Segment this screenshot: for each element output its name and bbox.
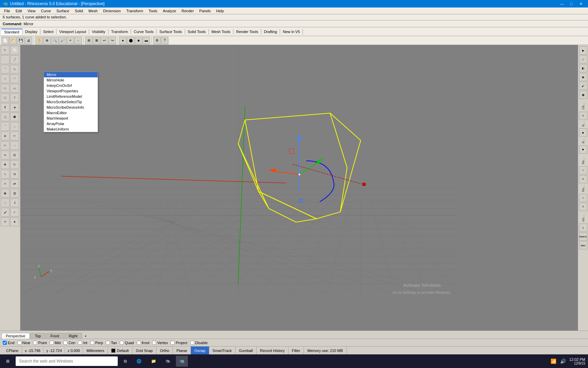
sb-planar[interactable]: Planar: [173, 347, 191, 354]
toolbar-tab-select[interactable]: Select: [40, 29, 57, 34]
snap-item-near[interactable]: Near: [17, 341, 31, 345]
tool-props[interactable]: ℹ: [10, 198, 19, 207]
taskbar-search[interactable]: [16, 356, 118, 366]
toolbar-tab-visibility[interactable]: Visibility: [89, 29, 109, 34]
toolbar-pan[interactable]: ✋: [35, 37, 43, 44]
vp-tab-front[interactable]: Front: [46, 333, 64, 339]
sb-units[interactable]: Millimeters: [83, 347, 108, 354]
rp-tails[interactable]: tails: [579, 241, 587, 249]
tool-star[interactable]: ★: [10, 217, 19, 226]
snap-cb-int[interactable]: [78, 341, 82, 345]
task-edge-button[interactable]: 🌐: [133, 356, 145, 367]
toolbar-help[interactable]: ?: [161, 37, 168, 44]
tool-surface[interactable]: ◻: [1, 112, 10, 121]
toolbar-tab-render-tools[interactable]: Render Tools: [233, 29, 261, 34]
snap-cb-perp[interactable]: [90, 341, 94, 345]
rp-b1[interactable]: ■: [579, 128, 587, 137]
toolbar-tab-mesh-tools[interactable]: Mesh Tools: [209, 29, 233, 34]
tool-mirror[interactable]: ⇔: [1, 151, 10, 159]
menu-item-mesh[interactable]: Mesh: [86, 8, 100, 14]
tool-extrude[interactable]: ⬆: [1, 103, 10, 112]
toolbar-tab-new-in-v5[interactable]: New in V5: [280, 29, 303, 34]
toolbar-tab-curve-tools[interactable]: Curve Tools: [131, 29, 157, 34]
snap-cb-near[interactable]: [17, 341, 21, 345]
sb-grid-snap[interactable]: Grid Snap: [132, 347, 157, 354]
snap-item-tan[interactable]: Tan: [106, 341, 117, 345]
sb-record-history[interactable]: Record History: [257, 347, 289, 354]
rp-render[interactable]: ▶: [579, 46, 587, 55]
tool-fillet[interactable]: ⌒: [1, 122, 10, 131]
tool-rotate[interactable]: ↻: [10, 160, 19, 169]
rp-re1[interactable]: □: [579, 166, 587, 174]
menu-item-dimension[interactable]: Dimension: [100, 8, 124, 14]
viewport[interactable]: x y z Activate Windows Go to Settings to…: [20, 45, 578, 331]
menu-item-render[interactable]: Render: [179, 8, 197, 14]
menu-item-surface[interactable]: Surface: [54, 8, 72, 14]
menu-item-panels[interactable]: Panels: [197, 8, 214, 14]
snap-cb-cen[interactable]: [63, 341, 67, 345]
ac-item-3[interactable]: ViewportProperties: [44, 88, 98, 94]
toolbar-zoom-select[interactable]: 🔎: [59, 37, 66, 44]
snap-cb-end[interactable]: [3, 341, 7, 345]
snap-item-mid[interactable]: Mid: [50, 341, 61, 345]
autocomplete-dropdown[interactable]: MirrorMirrorHoleInterpCrvOnSrfViewportPr…: [44, 72, 98, 132]
ac-item-7[interactable]: MacroEditor: [44, 110, 98, 116]
tool-polygon[interactable]: ⬡: [1, 93, 10, 102]
task-store-button[interactable]: 🛍: [162, 356, 173, 367]
toolbar-tab-solid-tools[interactable]: Solid Tools: [185, 29, 209, 34]
snap-item-perp[interactable]: Perp: [90, 341, 103, 345]
toolbar-print[interactable]: 🖨: [25, 37, 32, 44]
tool-select-window[interactable]: ⬜: [10, 46, 19, 55]
ac-item-9[interactable]: ArrayPolar: [44, 121, 98, 126]
volume-icon[interactable]: 🔊: [560, 358, 567, 365]
rp-re2[interactable]: □: [579, 194, 587, 202]
snap-item-disable[interactable]: Disable: [190, 341, 208, 345]
tool-line[interactable]: ╱: [10, 55, 19, 64]
snap-cb-vertex[interactable]: [152, 341, 156, 345]
vp-tab-perspective[interactable]: Perspective: [1, 333, 30, 339]
toolbar-sphere[interactable]: ●: [119, 37, 127, 44]
tool-ellipse[interactable]: ⬭: [1, 84, 10, 93]
rp-color[interactable]: ◉: [579, 73, 587, 81]
tool-blend[interactable]: ⌣: [10, 122, 19, 131]
sb-ortho[interactable]: Ortho: [157, 347, 173, 354]
tool-group[interactable]: ⧉: [10, 170, 19, 179]
toolbar-tab-standard[interactable]: Standard: [1, 29, 22, 35]
toolbar-tab-transform[interactable]: Transform: [109, 29, 131, 34]
rp-b2[interactable]: ■: [579, 145, 587, 154]
minimize-button[interactable]: —: [557, 1, 566, 7]
tool-point[interactable]: ·: [1, 55, 10, 64]
toolbar-zoom-window[interactable]: 🔍: [51, 37, 59, 44]
tool-dimension[interactable]: ⇄: [10, 179, 19, 188]
start-button[interactable]: ⊞: [3, 356, 13, 367]
toolbar-undo[interactable]: ↩: [101, 37, 108, 44]
rp-obj1[interactable]: V: [579, 112, 587, 120]
toolbar-tab-surface-tools[interactable]: Surface Tools: [157, 29, 185, 34]
tool-paint[interactable]: 🖌: [1, 208, 10, 217]
toolbar-tab-display[interactable]: Display: [22, 29, 40, 34]
taskbar-time[interactable]: 12:02 PM 12/9/15: [569, 357, 585, 365]
toolbar-snap[interactable]: ⊠: [93, 37, 100, 44]
toolbar-zoom-in[interactable]: +: [67, 37, 74, 44]
sb-smarttrack[interactable]: SmartTrack: [209, 347, 235, 354]
rp-display[interactable]: □: [579, 55, 587, 63]
rp-re1b[interactable]: ≡: [579, 175, 587, 183]
menu-item-help[interactable]: Help: [213, 8, 227, 14]
vp-tab-top[interactable]: Top: [30, 333, 45, 339]
menu-item-analyze[interactable]: Analyze: [160, 8, 179, 14]
snap-item-cen[interactable]: Cen: [63, 341, 75, 345]
tool-analyze[interactable]: ≡: [1, 179, 10, 188]
menu-item-view[interactable]: View: [25, 8, 38, 14]
toolbar-zoom-out[interactable]: -: [75, 37, 82, 44]
snap-cb-quad[interactable]: [120, 341, 124, 345]
toolbar-redo[interactable]: ↪: [109, 37, 116, 44]
ac-item-5[interactable]: MicroScribeSelectTip: [44, 99, 98, 105]
maximize-button[interactable]: □: [567, 1, 576, 7]
command-input[interactable]: [23, 22, 585, 26]
snap-cb-point[interactable]: [33, 341, 37, 345]
toolbar-plane[interactable]: ▬: [143, 37, 150, 44]
tool-circle[interactable]: ○: [1, 74, 10, 83]
rp-iso[interactable]: 1: [579, 224, 587, 232]
toolbar-new[interactable]: 📄: [1, 37, 9, 44]
tool-move[interactable]: ✚: [1, 160, 10, 169]
